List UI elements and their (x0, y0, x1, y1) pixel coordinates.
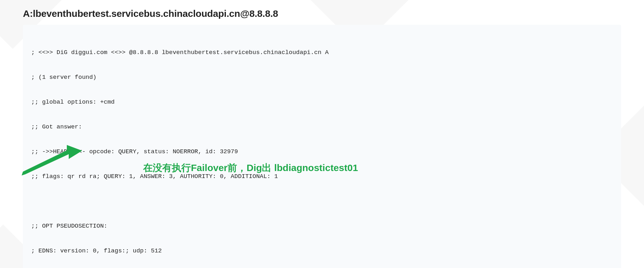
dig-header-line: ;; ->>HEADER<<- opcode: QUERY, status: N… (31, 148, 613, 156)
page-container: A:lbeventhubertest.servicebus.chinacloud… (0, 0, 644, 268)
dig-opt-line: ; EDNS: version: 0, flags:; udp: 512 (31, 247, 613, 255)
page-title: A:lbeventhubertest.servicebus.chinacloud… (23, 8, 621, 19)
dig-header-line: ;; Got answer: (31, 123, 613, 131)
blank-line (31, 197, 613, 205)
dig-header-line: ;; global options: +cmd (31, 98, 613, 106)
dig-header-line: ; <<>> DiG diggui.com <<>> @8.8.8.8 lbev… (31, 48, 613, 57)
dig-header-line: ; (1 server found) (31, 73, 613, 81)
dig-output-block: ; <<>> DiG diggui.com <<>> @8.8.8.8 lbev… (23, 25, 621, 268)
dig-header-line: ;; flags: qr rd ra; QUERY: 1, ANSWER: 3,… (31, 172, 613, 181)
dig-opt-line: ;; OPT PSEUDOSECTION: (31, 222, 613, 230)
